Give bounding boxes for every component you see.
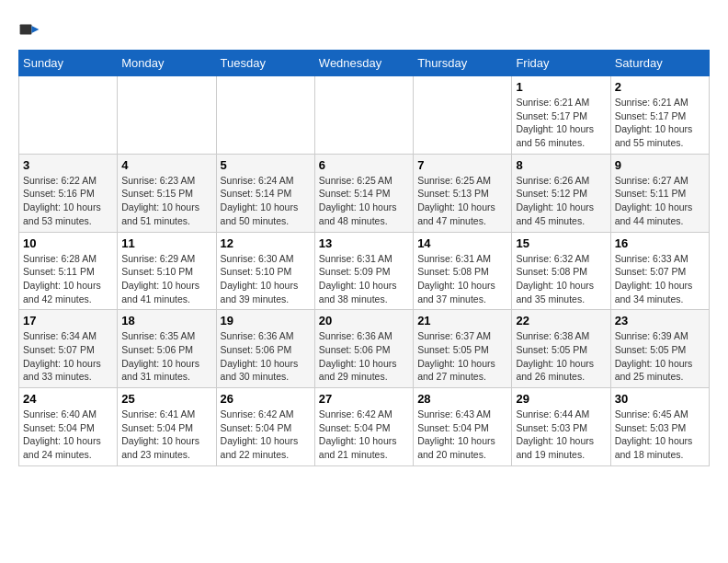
weekday-header-wednesday: Wednesday [314,51,413,76]
weekday-header-monday: Monday [118,51,216,76]
day-info: Sunrise: 6:45 AM Sunset: 5:03 PM Dayligh… [615,408,705,462]
calendar-cell: 28Sunrise: 6:43 AM Sunset: 5:04 PM Dayli… [414,388,512,466]
calendar-cell: 11Sunrise: 6:29 AM Sunset: 5:10 PM Dayli… [118,232,216,310]
logo-icon [18,18,40,40]
day-number: 30 [615,392,705,406]
page-header [18,18,710,40]
day-number: 23 [615,314,705,327]
day-number: 2 [615,80,705,94]
calendar-cell [414,76,512,155]
day-number: 11 [121,236,211,250]
day-number: 15 [516,236,606,250]
day-info: Sunrise: 6:37 AM Sunset: 5:05 PM Dayligh… [417,329,507,384]
calendar-cell: 25Sunrise: 6:41 AM Sunset: 5:04 PM Dayli… [118,388,216,466]
day-info: Sunrise: 6:31 AM Sunset: 5:09 PM Dayligh… [319,252,409,306]
calendar-cell: 7Sunrise: 6:25 AM Sunset: 5:13 PM Daylig… [414,154,512,232]
day-number: 10 [23,236,113,250]
day-number: 7 [417,158,507,172]
weekday-header-tuesday: Tuesday [216,51,314,76]
calendar-cell: 22Sunrise: 6:38 AM Sunset: 5:05 PM Dayli… [512,310,610,388]
calendar-week-row: 3Sunrise: 6:22 AM Sunset: 5:16 PM Daylig… [19,154,710,232]
calendar-cell: 14Sunrise: 6:31 AM Sunset: 5:08 PM Dayli… [414,232,512,310]
day-number: 6 [319,158,409,172]
day-info: Sunrise: 6:39 AM Sunset: 5:05 PM Dayligh… [615,329,705,384]
day-info: Sunrise: 6:30 AM Sunset: 5:10 PM Dayligh… [221,252,311,306]
day-number: 28 [417,392,507,406]
calendar-cell: 10Sunrise: 6:28 AM Sunset: 5:11 PM Dayli… [19,232,118,310]
calendar-week-row: 1Sunrise: 6:21 AM Sunset: 5:17 PM Daylig… [19,76,710,155]
weekday-header-saturday: Saturday [610,51,709,76]
calendar-cell: 2Sunrise: 6:21 AM Sunset: 5:17 PM Daylig… [610,76,709,155]
day-info: Sunrise: 6:40 AM Sunset: 5:04 PM Dayligh… [23,408,113,462]
day-info: Sunrise: 6:24 AM Sunset: 5:14 PM Dayligh… [221,174,311,228]
day-number: 29 [516,392,606,406]
day-number: 1 [516,80,606,94]
day-info: Sunrise: 6:32 AM Sunset: 5:08 PM Dayligh… [516,252,606,306]
day-info: Sunrise: 6:26 AM Sunset: 5:12 PM Dayligh… [516,174,606,228]
calendar-cell: 8Sunrise: 6:26 AM Sunset: 5:12 PM Daylig… [512,154,610,232]
calendar-cell: 15Sunrise: 6:32 AM Sunset: 5:08 PM Dayli… [512,232,610,310]
calendar-cell [314,76,413,155]
day-number: 13 [319,236,409,250]
day-number: 19 [221,314,311,327]
calendar-cell: 29Sunrise: 6:44 AM Sunset: 5:03 PM Dayli… [512,388,610,466]
day-number: 22 [516,314,606,327]
svg-marker-1 [31,26,39,33]
calendar-cell: 18Sunrise: 6:35 AM Sunset: 5:06 PM Dayli… [118,310,216,388]
calendar-cell: 3Sunrise: 6:22 AM Sunset: 5:16 PM Daylig… [19,154,118,232]
day-number: 3 [23,158,113,172]
day-info: Sunrise: 6:21 AM Sunset: 5:17 PM Dayligh… [615,96,705,150]
day-info: Sunrise: 6:25 AM Sunset: 5:14 PM Dayligh… [319,174,409,228]
calendar-cell: 30Sunrise: 6:45 AM Sunset: 5:03 PM Dayli… [610,388,709,466]
calendar-cell: 12Sunrise: 6:30 AM Sunset: 5:10 PM Dayli… [216,232,314,310]
day-number: 4 [121,158,211,172]
day-info: Sunrise: 6:22 AM Sunset: 5:16 PM Dayligh… [23,174,113,228]
day-info: Sunrise: 6:25 AM Sunset: 5:13 PM Dayligh… [417,174,507,228]
calendar-week-row: 17Sunrise: 6:34 AM Sunset: 5:07 PM Dayli… [19,310,710,388]
calendar-cell: 17Sunrise: 6:34 AM Sunset: 5:07 PM Dayli… [19,310,118,388]
day-info: Sunrise: 6:36 AM Sunset: 5:06 PM Dayligh… [221,329,311,384]
calendar-cell: 16Sunrise: 6:33 AM Sunset: 5:07 PM Dayli… [610,232,709,310]
day-info: Sunrise: 6:36 AM Sunset: 5:06 PM Dayligh… [319,329,409,384]
day-number: 20 [319,314,409,327]
weekday-header-thursday: Thursday [414,51,512,76]
day-info: Sunrise: 6:42 AM Sunset: 5:04 PM Dayligh… [221,408,311,462]
day-number: 9 [615,158,705,172]
day-number: 14 [417,236,507,250]
day-number: 12 [221,236,311,250]
calendar-cell [118,76,216,155]
day-info: Sunrise: 6:44 AM Sunset: 5:03 PM Dayligh… [516,408,606,462]
day-info: Sunrise: 6:43 AM Sunset: 5:04 PM Dayligh… [417,408,507,462]
weekday-header-friday: Friday [512,51,610,76]
day-number: 16 [615,236,705,250]
calendar-cell [19,76,118,155]
day-number: 8 [516,158,606,172]
day-info: Sunrise: 6:38 AM Sunset: 5:05 PM Dayligh… [516,329,606,384]
calendar-cell: 4Sunrise: 6:23 AM Sunset: 5:15 PM Daylig… [118,154,216,232]
day-info: Sunrise: 6:29 AM Sunset: 5:10 PM Dayligh… [121,252,211,306]
day-info: Sunrise: 6:34 AM Sunset: 5:07 PM Dayligh… [23,329,113,384]
calendar-cell: 13Sunrise: 6:31 AM Sunset: 5:09 PM Dayli… [314,232,413,310]
day-number: 27 [319,392,409,406]
calendar-cell: 20Sunrise: 6:36 AM Sunset: 5:06 PM Dayli… [314,310,413,388]
day-number: 24 [23,392,113,406]
calendar-cell: 21Sunrise: 6:37 AM Sunset: 5:05 PM Dayli… [414,310,512,388]
day-info: Sunrise: 6:41 AM Sunset: 5:04 PM Dayligh… [121,408,211,462]
weekday-header-sunday: Sunday [19,51,118,76]
calendar-week-row: 24Sunrise: 6:40 AM Sunset: 5:04 PM Dayli… [19,388,710,466]
day-info: Sunrise: 6:42 AM Sunset: 5:04 PM Dayligh… [319,408,409,462]
day-number: 18 [121,314,211,327]
day-info: Sunrise: 6:27 AM Sunset: 5:11 PM Dayligh… [615,174,705,228]
day-number: 21 [417,314,507,327]
calendar-cell: 23Sunrise: 6:39 AM Sunset: 5:05 PM Dayli… [610,310,709,388]
weekday-header-row: SundayMondayTuesdayWednesdayThursdayFrid… [19,51,710,76]
day-info: Sunrise: 6:21 AM Sunset: 5:17 PM Dayligh… [516,96,606,150]
calendar-table: SundayMondayTuesdayWednesdayThursdayFrid… [18,50,710,466]
calendar-cell: 6Sunrise: 6:25 AM Sunset: 5:14 PM Daylig… [314,154,413,232]
day-info: Sunrise: 6:23 AM Sunset: 5:15 PM Dayligh… [121,174,211,228]
day-number: 25 [121,392,211,406]
calendar-cell: 5Sunrise: 6:24 AM Sunset: 5:14 PM Daylig… [216,154,314,232]
calendar-cell: 27Sunrise: 6:42 AM Sunset: 5:04 PM Dayli… [314,388,413,466]
svg-rect-0 [20,24,32,34]
day-number: 17 [23,314,113,327]
